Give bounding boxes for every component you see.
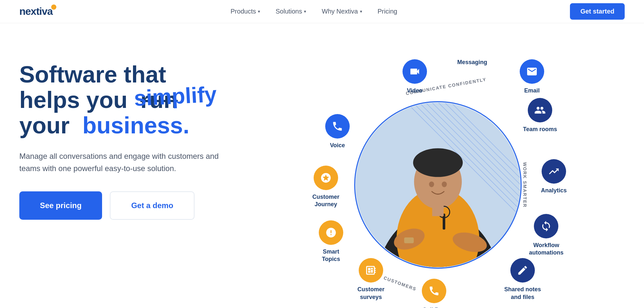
svg-point-17 [442, 181, 447, 187]
icon-item-analytics[interactable]: Analytics [541, 159, 567, 194]
icon-item-customer-journey[interactable]: CustomerJourney [312, 166, 339, 208]
navbar: nextiva Products ▾ Solutions ▾ Why Nexti… [0, 0, 644, 23]
logo-text: nextiva [19, 5, 52, 17]
nav-solutions[interactable]: Solutions ▾ [276, 8, 306, 15]
workflow-icon [534, 214, 558, 238]
arc-right-label: WORK SMARTER [522, 162, 527, 207]
see-pricing-button[interactable]: See pricing [19, 191, 102, 220]
shared-notes-label: Shared notesand files [504, 286, 541, 301]
logo[interactable]: nextiva [19, 5, 58, 17]
messaging-label-container: Messaging [457, 59, 487, 66]
icon-item-customer-surveys[interactable]: Customersurveys [357, 258, 384, 301]
customer-journey-label: CustomerJourney [312, 193, 339, 208]
svg-rect-21 [432, 203, 444, 216]
main-content: Software that helps you run simplify you… [0, 23, 644, 308]
business-text: business. [82, 112, 189, 138]
get-demo-button[interactable]: Get a demo [110, 191, 194, 220]
simplify-text: simplify [133, 82, 217, 111]
chevron-down-icon: ▾ [304, 9, 306, 14]
smart-topics-label: SmartTopics [322, 248, 340, 263]
svg-point-15 [413, 148, 463, 177]
svg-rect-20 [404, 237, 414, 243]
icon-item-voice[interactable]: Voice [325, 114, 350, 149]
nav-pricing[interactable]: Pricing [378, 8, 397, 15]
call-pop-label: Call Pop [422, 306, 446, 308]
hero-right: COMMUNICATE CONFIDENTLY DELIGHT CUSTOMER… [251, 43, 625, 308]
email-icon [520, 59, 544, 84]
simplify-wrap: run simplify [134, 87, 178, 113]
icon-item-video[interactable]: Video [402, 59, 427, 94]
customer-journey-icon [314, 166, 338, 190]
messaging-label: Messaging [457, 59, 487, 65]
smart-topics-icon [319, 220, 343, 245]
hero-buttons: See pricing Get a demo [19, 191, 251, 220]
nav-products[interactable]: Products ▾ [231, 8, 260, 15]
icon-item-call-pop[interactable]: Call Pop [422, 279, 446, 308]
chevron-down-icon: ▾ [360, 9, 362, 14]
voice-label: Voice [330, 142, 345, 149]
center-circle [354, 101, 522, 269]
customer-surveys-icon [359, 258, 383, 283]
shared-notes-icon [510, 258, 535, 283]
icon-item-email[interactable]: Email [520, 59, 544, 94]
call-pop-icon [422, 279, 446, 303]
nav-links: Products ▾ Solutions ▾ Why Nextiva ▾ Pri… [231, 8, 397, 15]
icon-item-smart-topics[interactable]: SmartTopics [319, 220, 343, 263]
icon-item-shared-notes[interactable]: Shared notesand files [504, 258, 541, 301]
hero-heading: Software that helps you run simplify you… [19, 62, 251, 139]
chevron-down-icon: ▾ [258, 9, 260, 14]
teamrooms-icon [528, 98, 552, 122]
video-icon [402, 59, 427, 84]
teamrooms-label: Team rooms [523, 126, 557, 133]
svg-point-16 [429, 181, 434, 187]
person-illustration [355, 101, 521, 269]
nav-why-nextiva[interactable]: Why Nextiva ▾ [322, 8, 362, 15]
hero-left: Software that helps you run simplify you… [19, 43, 251, 220]
workflow-label: Workflowautomations [529, 242, 564, 257]
video-label: Video [407, 87, 423, 94]
diagram-container: COMMUNICATE CONFIDENTLY DELIGHT CUSTOMER… [293, 50, 583, 308]
customer-surveys-label: Customersurveys [357, 286, 384, 301]
icon-item-teamrooms[interactable]: Team rooms [523, 98, 557, 133]
icon-item-workflow[interactable]: Workflowautomations [529, 214, 564, 257]
analytics-icon [542, 159, 566, 184]
get-started-button[interactable]: Get started [570, 3, 625, 20]
voice-icon [325, 114, 350, 139]
hero-subtext: Manage all conversations and engage with… [19, 150, 219, 175]
email-label: Email [524, 87, 540, 94]
analytics-label: Analytics [541, 187, 567, 194]
logo-dot [51, 5, 56, 10]
